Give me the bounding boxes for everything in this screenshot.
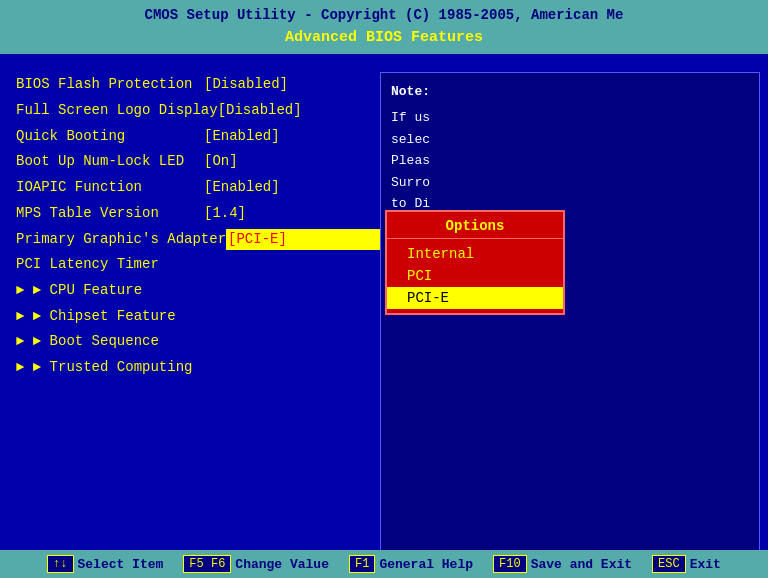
key-badge: ESC bbox=[652, 555, 686, 573]
bios-row-label: IOAPIC Function bbox=[16, 177, 142, 199]
bios-row[interactable]: PCI Latency Timer bbox=[16, 252, 364, 278]
note-label: Note: bbox=[391, 81, 749, 103]
bios-row-value: [Enabled] bbox=[204, 126, 364, 148]
options-popup[interactable]: Options InternalPCIPCI-E bbox=[385, 210, 565, 315]
bios-row-label: ► Boot Sequence bbox=[16, 331, 159, 353]
key-badge: F10 bbox=[493, 555, 527, 573]
right-panel: Note: If usselecPleasSurroto Di bbox=[380, 72, 760, 564]
bios-row[interactable]: BIOS Flash Protection[Disabled] bbox=[16, 72, 364, 98]
bios-row[interactable]: ► Trusted Computing bbox=[16, 355, 364, 381]
main-content: BIOS Flash Protection[Disabled]Full Scre… bbox=[0, 54, 768, 572]
key-label: Save and Exit bbox=[531, 557, 632, 572]
bottom-key: F1General Help bbox=[349, 555, 473, 573]
bottom-bar: ↑↓Select ItemF5 F6Change ValueF1General … bbox=[0, 550, 768, 578]
key-label: General Help bbox=[379, 557, 473, 572]
note-line: Surro bbox=[391, 172, 749, 193]
bios-row-value: [On] bbox=[204, 151, 364, 173]
key-badge: F1 bbox=[349, 555, 375, 573]
note-text: If usselecPleasSurroto Di bbox=[391, 107, 749, 214]
bios-row-label: Boot Up Num-Lock LED bbox=[16, 151, 184, 173]
popup-option[interactable]: PCI bbox=[387, 265, 563, 287]
bios-row[interactable]: Quick Booting[Enabled] bbox=[16, 124, 364, 150]
bios-row-label: ► Trusted Computing bbox=[16, 357, 192, 379]
bios-row-value: [PCI-E] bbox=[226, 229, 386, 251]
bios-row-label: BIOS Flash Protection bbox=[16, 74, 192, 96]
bios-row-label: Full Screen Logo Display bbox=[16, 100, 218, 122]
copyright-text: CMOS Setup Utility - Copyright (C) 1985-… bbox=[0, 4, 768, 26]
popup-option[interactable]: PCI-E bbox=[387, 287, 563, 309]
top-bar: CMOS Setup Utility - Copyright (C) 1985-… bbox=[0, 0, 768, 54]
page-title: Advanced BIOS Features bbox=[0, 26, 768, 50]
note-line: selec bbox=[391, 129, 749, 150]
bios-row[interactable]: ► Boot Sequence bbox=[16, 329, 364, 355]
bios-row[interactable]: MPS Table Version[1.4] bbox=[16, 201, 364, 227]
left-panel: BIOS Flash Protection[Disabled]Full Scre… bbox=[0, 64, 380, 572]
key-label: Exit bbox=[690, 557, 721, 572]
key-label: Change Value bbox=[235, 557, 329, 572]
key-label: Select Item bbox=[78, 557, 164, 572]
bottom-key: F10Save and Exit bbox=[493, 555, 632, 573]
bios-row-label: ► Chipset Feature bbox=[16, 306, 176, 328]
popup-option[interactable]: Internal bbox=[387, 243, 563, 265]
bios-row[interactable]: ► CPU Feature bbox=[16, 278, 364, 304]
bios-row[interactable]: ► Chipset Feature bbox=[16, 304, 364, 330]
bios-row-label: ► CPU Feature bbox=[16, 280, 142, 302]
bottom-key: ESCExit bbox=[652, 555, 721, 573]
bios-row[interactable]: IOAPIC Function[Enabled] bbox=[16, 175, 364, 201]
key-badge: F5 F6 bbox=[183, 555, 231, 573]
note-line: Pleas bbox=[391, 150, 749, 171]
note-line: If us bbox=[391, 107, 749, 128]
key-badge: ↑↓ bbox=[47, 555, 73, 573]
bios-row[interactable]: Full Screen Logo Display[Disabled] bbox=[16, 98, 364, 124]
bios-row-label: MPS Table Version bbox=[16, 203, 159, 225]
bios-row-value: [Disabled] bbox=[218, 100, 378, 122]
bottom-key: F5 F6Change Value bbox=[183, 555, 329, 573]
bios-row-label: Quick Booting bbox=[16, 126, 125, 148]
bottom-key: ↑↓Select Item bbox=[47, 555, 163, 573]
bios-row-value: [Disabled] bbox=[204, 74, 364, 96]
bios-row-value: [Enabled] bbox=[204, 177, 364, 199]
bios-row[interactable]: Primary Graphic's Adapter[PCI-E] bbox=[16, 227, 364, 253]
bios-row-label: PCI Latency Timer bbox=[16, 254, 159, 276]
bios-row-value: [1.4] bbox=[204, 203, 364, 225]
bios-row[interactable]: Boot Up Num-Lock LED[On] bbox=[16, 149, 364, 175]
bios-row-label: Primary Graphic's Adapter bbox=[16, 229, 226, 251]
popup-title: Options bbox=[387, 216, 563, 239]
